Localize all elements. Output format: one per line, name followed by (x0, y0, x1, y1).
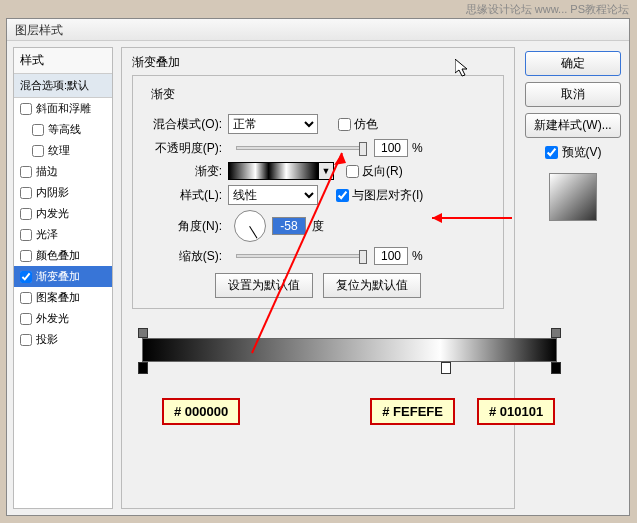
style-label: 样式(L): (143, 187, 228, 204)
style-label: 斜面和浮雕 (36, 101, 91, 116)
reverse-label: 反向(R) (362, 163, 403, 180)
angle-input[interactable] (272, 217, 306, 235)
style-checkbox[interactable] (32, 124, 44, 136)
gradient-preview[interactable] (228, 162, 318, 180)
scale-input[interactable] (374, 247, 408, 265)
style-label: 描边 (36, 164, 58, 179)
set-default-button[interactable]: 设置为默认值 (215, 273, 313, 298)
style-item-光泽[interactable]: 光泽 (14, 224, 112, 245)
preview-checkbox-wrap[interactable]: 预览(V) (545, 144, 602, 161)
preview-thumbnail (549, 173, 597, 221)
style-label: 图案叠加 (36, 290, 80, 305)
align-checkbox-wrap[interactable]: 与图层对齐(I) (336, 187, 423, 204)
color-tags-row: # 000000 # FEFEFE # 010101 (152, 398, 562, 425)
opacity-input[interactable] (374, 139, 408, 157)
align-checkbox[interactable] (336, 189, 349, 202)
color-tag-2: # FEFEFE (370, 398, 455, 425)
style-item-纹理[interactable]: 纹理 (14, 140, 112, 161)
new-style-button[interactable]: 新建样式(W)... (525, 113, 621, 138)
preview-label: 预览(V) (562, 144, 602, 161)
dialog-title: 图层样式 (7, 19, 629, 41)
styles-list-panel: 样式 混合选项:默认 斜面和浮雕等高线纹理描边内阴影内发光光泽颜色叠加渐变叠加图… (13, 47, 113, 509)
style-checkbox[interactable] (20, 229, 32, 241)
percent-label2: % (412, 249, 423, 263)
angle-label: 角度(N): (143, 218, 228, 235)
gradient-overlay-panel: 渐变叠加 渐变 混合模式(O): 正常 仿色 不透明度(P): % (121, 47, 515, 509)
style-checkbox[interactable] (20, 334, 32, 346)
style-checkbox[interactable] (20, 166, 32, 178)
action-panel: 确定 取消 新建样式(W)... 预览(V) (523, 47, 623, 509)
angle-unit: 度 (312, 218, 324, 235)
gradient-fieldset-title: 渐变 (147, 86, 179, 103)
gradient-dropdown-icon[interactable]: ▼ (318, 162, 334, 180)
panel-title: 渐变叠加 (132, 54, 504, 71)
style-item-渐变叠加[interactable]: 渐变叠加 (14, 266, 112, 287)
style-item-外发光[interactable]: 外发光 (14, 308, 112, 329)
style-label: 光泽 (36, 227, 58, 242)
style-checkbox[interactable] (20, 292, 32, 304)
style-item-描边[interactable]: 描边 (14, 161, 112, 182)
style-label: 内阴影 (36, 185, 69, 200)
preview-checkbox[interactable] (545, 146, 558, 159)
blend-mode-select[interactable]: 正常 (228, 114, 318, 134)
style-checkbox[interactable] (20, 103, 32, 115)
reverse-checkbox-wrap[interactable]: 反向(R) (346, 163, 403, 180)
style-label: 外发光 (36, 311, 69, 326)
style-item-图案叠加[interactable]: 图案叠加 (14, 287, 112, 308)
scale-label: 缩放(S): (143, 248, 228, 265)
opacity-label: 不透明度(P): (143, 140, 228, 157)
style-label: 纹理 (48, 143, 70, 158)
angle-dial[interactable] (234, 210, 266, 242)
dither-checkbox[interactable] (338, 118, 351, 131)
blend-mode-label: 混合模式(O): (143, 116, 228, 133)
opacity-slider[interactable] (236, 146, 366, 150)
reset-default-button[interactable]: 复位为默认值 (323, 273, 421, 298)
style-item-斜面和浮雕[interactable]: 斜面和浮雕 (14, 98, 112, 119)
gradient-annotation (142, 338, 557, 362)
style-item-颜色叠加[interactable]: 颜色叠加 (14, 245, 112, 266)
style-item-等高线[interactable]: 等高线 (14, 119, 112, 140)
style-item-投影[interactable]: 投影 (14, 329, 112, 350)
dither-label: 仿色 (354, 116, 378, 133)
styles-header[interactable]: 样式 (14, 48, 112, 74)
style-checkbox[interactable] (20, 187, 32, 199)
style-item-内阴影[interactable]: 内阴影 (14, 182, 112, 203)
layer-style-dialog: 图层样式 样式 混合选项:默认 斜面和浮雕等高线纹理描边内阴影内发光光泽颜色叠加… (6, 18, 630, 516)
style-checkbox[interactable] (32, 145, 44, 157)
style-checkbox[interactable] (20, 271, 32, 283)
ok-button[interactable]: 确定 (525, 51, 621, 76)
gradient-track (142, 338, 557, 362)
style-label: 投影 (36, 332, 58, 347)
cancel-button[interactable]: 取消 (525, 82, 621, 107)
gradient-label: 渐变: (143, 163, 228, 180)
style-label: 渐变叠加 (36, 269, 80, 284)
scale-slider[interactable] (236, 254, 366, 258)
style-label: 等高线 (48, 122, 81, 137)
style-checkbox[interactable] (20, 250, 32, 262)
style-label: 内发光 (36, 206, 69, 221)
dither-checkbox-wrap[interactable]: 仿色 (338, 116, 378, 133)
style-checkbox[interactable] (20, 313, 32, 325)
blend-options-header[interactable]: 混合选项:默认 (14, 74, 112, 98)
style-label: 颜色叠加 (36, 248, 80, 263)
percent-label: % (412, 141, 423, 155)
align-label: 与图层对齐(I) (352, 187, 423, 204)
reverse-checkbox[interactable] (346, 165, 359, 178)
color-tag-3: # 010101 (477, 398, 555, 425)
watermark-text: 思缘设计论坛 www... PS教程论坛 (466, 2, 629, 17)
style-checkbox[interactable] (20, 208, 32, 220)
color-tag-1: # 000000 (162, 398, 240, 425)
style-select[interactable]: 线性 (228, 185, 318, 205)
style-item-内发光[interactable]: 内发光 (14, 203, 112, 224)
